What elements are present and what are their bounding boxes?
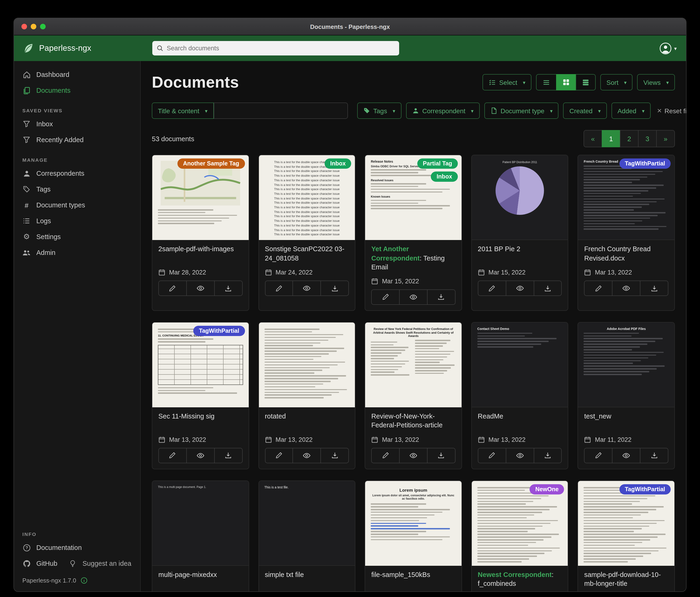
document-thumbnail[interactable]: TagWithPartial 11. CONTINUING MEDICAL ED…: [152, 322, 248, 407]
document-card[interactable]: Patient BP Distribution 2011 2011 BP Pie…: [471, 155, 569, 311]
detail-view-button[interactable]: [576, 74, 596, 90]
select-button[interactable]: Select: [482, 74, 531, 90]
edit-document-button[interactable]: [478, 281, 506, 296]
document-title[interactable]: Newest Correspondent: f_combineds: [478, 570, 562, 589]
info-icon[interactable]: [80, 577, 87, 584]
edit-document-button[interactable]: [371, 448, 400, 463]
document-title[interactable]: multi-page-mixedxx: [158, 570, 243, 589]
app-brand[interactable]: Paperless-ngx: [14, 42, 141, 54]
pagination-page-1[interactable]: 1: [602, 130, 620, 147]
document-thumbnail[interactable]: TagWithPartial: [578, 481, 674, 566]
sidebar-item-github[interactable]: GitHub: [14, 555, 60, 571]
edit-document-button[interactable]: [265, 448, 293, 463]
tag-chip[interactable]: Inbox: [325, 159, 351, 169]
view-document-button[interactable]: [399, 448, 428, 463]
document-card[interactable]: This is a test file. simple txt file: [258, 480, 355, 591]
sidebar-item-settings[interactable]: ⚙ Settings: [14, 229, 140, 245]
view-document-button[interactable]: [399, 289, 428, 305]
tag-chip[interactable]: Another Sample Tag: [177, 159, 245, 169]
title-content-filter-button[interactable]: Title & content: [152, 102, 214, 119]
close-window-button[interactable]: [21, 24, 27, 29]
document-thumbnail[interactable]: Adobe Acrobat PDF Files: [578, 322, 674, 407]
view-document-button[interactable]: [612, 448, 641, 463]
document-type-filter-button[interactable]: Document type: [484, 102, 559, 119]
view-document-button[interactable]: [186, 281, 215, 296]
reset-filters-button[interactable]: Reset filters: [655, 102, 686, 119]
document-title[interactable]: file-sample_150kBs: [371, 570, 455, 589]
edit-document-button[interactable]: [371, 289, 400, 305]
sidebar-item-document-types[interactable]: # Document types: [14, 197, 140, 213]
document-card[interactable]: TagWithPartial 11. CONTINUING MEDICAL ED…: [152, 322, 249, 469]
document-thumbnail[interactable]: This is a test file.: [259, 481, 355, 566]
download-document-button[interactable]: [533, 448, 562, 463]
document-card[interactable]: Review of New York Federal Petitions for…: [365, 322, 462, 469]
pagination-page-2[interactable]: 2: [620, 130, 639, 147]
edit-document-button[interactable]: [584, 281, 613, 296]
sidebar-item-dashboard[interactable]: Dashboard: [14, 67, 140, 82]
correspondent-filter-button[interactable]: Correspondent: [406, 102, 479, 119]
grid-view-button[interactable]: [556, 74, 576, 90]
search-input[interactable]: [167, 45, 395, 52]
document-title[interactable]: ReadMe: [478, 412, 562, 430]
document-thumbnail[interactable]: Lorem ipsumLorem ipsum dolor sit amet, c…: [365, 481, 461, 566]
sidebar-item-documents[interactable]: Documents: [14, 82, 140, 98]
document-thumbnail[interactable]: Inbox This is a test for the double spac…: [259, 155, 355, 240]
title-content-filter-input[interactable]: [214, 102, 348, 119]
document-title[interactable]: Sonstige ScanPC2022 03-24_081058: [265, 245, 349, 263]
edit-document-button[interactable]: [584, 448, 613, 463]
document-title[interactable]: rotated: [265, 412, 349, 430]
document-title[interactable]: Yet Another Correspondent: Testing Email: [371, 245, 455, 272]
sort-button[interactable]: Sort: [600, 74, 632, 90]
document-title[interactable]: simple txt file: [265, 570, 349, 589]
view-document-button[interactable]: [505, 281, 534, 296]
download-document-button[interactable]: [321, 281, 349, 296]
view-document-button[interactable]: [293, 448, 321, 463]
edit-document-button[interactable]: [158, 281, 187, 296]
download-document-button[interactable]: [427, 448, 455, 463]
document-card[interactable]: Contact Sheet Demo ReadMe Mar 13, 2022: [471, 322, 569, 469]
view-document-button[interactable]: [293, 281, 321, 296]
download-document-button[interactable]: [321, 448, 349, 463]
download-document-button[interactable]: [533, 281, 562, 296]
views-button[interactable]: Views: [638, 74, 675, 90]
sidebar-item-recently-added[interactable]: Recently Added: [14, 132, 140, 148]
document-thumbnail[interactable]: Review of New York Federal Petitions for…: [365, 322, 461, 407]
sidebar-item-tags[interactable]: Tags: [14, 181, 140, 197]
document-title[interactable]: sample-pdf-download-10-mb-longer-title: [584, 570, 668, 589]
document-title[interactable]: Review-of-New-York-Federal-Petitions-art…: [371, 412, 455, 430]
added-filter-button[interactable]: Added: [611, 102, 651, 119]
document-correspondent[interactable]: Yet Another Correspondent: [371, 245, 420, 262]
document-card[interactable]: rotated Mar 13, 2022: [258, 322, 355, 469]
document-thumbnail[interactable]: Partial TagInbox Release NotesSimba ODBC…: [365, 155, 461, 240]
pagination-prev-button[interactable]: «: [583, 130, 602, 147]
list-view-button[interactable]: [536, 74, 556, 90]
document-card[interactable]: NewOne Newest Correspondent: f_combineds: [471, 480, 569, 591]
tag-chip[interactable]: Inbox: [431, 171, 458, 182]
view-document-button[interactable]: [186, 448, 215, 463]
document-thumbnail[interactable]: NewOne: [472, 481, 568, 566]
document-card[interactable]: Another Sample Tag 2sample-pdf-with-imag…: [152, 155, 249, 311]
document-card[interactable]: Partial TagInbox Release NotesSimba ODBC…: [365, 155, 462, 311]
download-document-button[interactable]: [427, 289, 455, 305]
tags-filter-button[interactable]: Tags: [357, 102, 401, 119]
edit-document-button[interactable]: [265, 281, 293, 296]
sidebar-item-logs[interactable]: Logs: [14, 213, 140, 229]
document-title[interactable]: 2sample-pdf-with-images: [158, 245, 243, 263]
tag-chip[interactable]: Partial Tag: [417, 159, 458, 169]
document-thumbnail[interactable]: Patient BP Distribution 2011: [472, 155, 568, 240]
download-document-button[interactable]: [214, 448, 243, 463]
created-filter-button[interactable]: Created: [563, 102, 607, 119]
document-card[interactable]: TagWithPartial French Country Bread Fren…: [578, 155, 675, 311]
zoom-window-button[interactable]: [40, 24, 46, 29]
download-document-button[interactable]: [640, 281, 668, 296]
sidebar-item-suggest-idea[interactable]: Suggest an idea: [60, 555, 134, 571]
tag-chip[interactable]: TagWithPartial: [619, 159, 671, 169]
minimize-window-button[interactable]: [31, 24, 36, 29]
pagination-next-button[interactable]: »: [656, 130, 675, 147]
document-card[interactable]: Inbox This is a test for the double spac…: [258, 155, 355, 311]
document-thumbnail[interactable]: [259, 322, 355, 407]
document-card[interactable]: This is a multi page document. Page 1. m…: [152, 480, 249, 591]
document-title[interactable]: Sec 11-Missing sig: [158, 412, 243, 430]
tag-chip[interactable]: TagWithPartial: [619, 484, 671, 494]
document-thumbnail[interactable]: Another Sample Tag: [152, 155, 248, 240]
